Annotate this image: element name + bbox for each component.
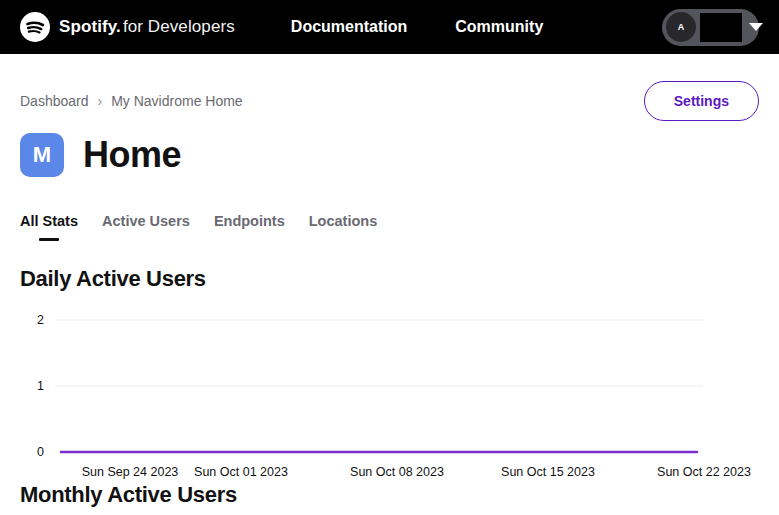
top-navbar: Spotify.for Developers Documentation Com… [0,0,779,54]
x-axis-tick-1: Sun Oct 01 2023 [176,465,306,479]
stats-tabs: All Stats Active Users Endpoints Locatio… [20,213,759,241]
page-title: Home [83,134,181,176]
tab-active-users[interactable]: Active Users [102,213,190,241]
x-axis-tick-3: Sun Oct 15 2023 [483,465,613,479]
header-nav: Documentation Community [291,18,543,36]
nav-item-documentation[interactable]: Documentation [291,18,407,36]
breadcrumb-settings-row: Dashboard › My Navidrome Home Settings [20,80,759,121]
y-axis-tick-2: 2 [20,312,44,328]
active-tab-underline [39,238,59,241]
tab-active-users-label: Active Users [102,213,190,229]
chevron-down-icon [749,23,763,31]
spotify-developers-logo[interactable]: Spotify.for Developers [20,12,235,42]
tab-all-stats-label: All Stats [20,213,78,229]
x-axis-tick-4: Sun Oct 22 2023 [639,465,769,479]
daily-active-users-heading: Daily Active Users [20,266,759,292]
breadcrumb-dashboard[interactable]: Dashboard [20,93,89,109]
nav-item-community[interactable]: Community [455,18,543,36]
daily-chart-plot [55,315,703,455]
breadcrumb-separator-icon: › [98,93,103,109]
y-axis-tick-0: 0 [20,444,44,460]
tab-locations-label: Locations [309,213,377,229]
daily-active-users-chart: 2 1 0 Sun Sep 24 2023 Sun Oct 01 2023 Su… [20,310,759,482]
app-icon-badge: M [20,133,64,177]
x-axis-tick-2: Sun Oct 08 2023 [332,465,462,479]
breadcrumb: Dashboard › My Navidrome Home [20,93,243,109]
spotify-logo-icon [20,12,50,42]
tab-endpoints[interactable]: Endpoints [214,213,285,241]
breadcrumb-current-page: My Navidrome Home [111,93,242,109]
settings-button[interactable]: Settings [644,81,759,121]
tab-all-stats[interactable]: All Stats [20,213,78,241]
user-menu-button[interactable]: A [662,9,759,46]
user-name-redacted [700,13,742,42]
monthly-active-users-heading: Monthly Active Users [20,482,759,508]
app-header: M Home [20,133,759,177]
logo-wordmark: Spotify.for Developers [59,17,235,37]
tab-locations[interactable]: Locations [309,213,377,241]
y-axis-tick-1: 1 [20,378,44,394]
tab-endpoints-label: Endpoints [214,213,285,229]
user-avatar: A [666,12,696,42]
main-content: Dashboard › My Navidrome Home Settings M… [0,80,779,508]
